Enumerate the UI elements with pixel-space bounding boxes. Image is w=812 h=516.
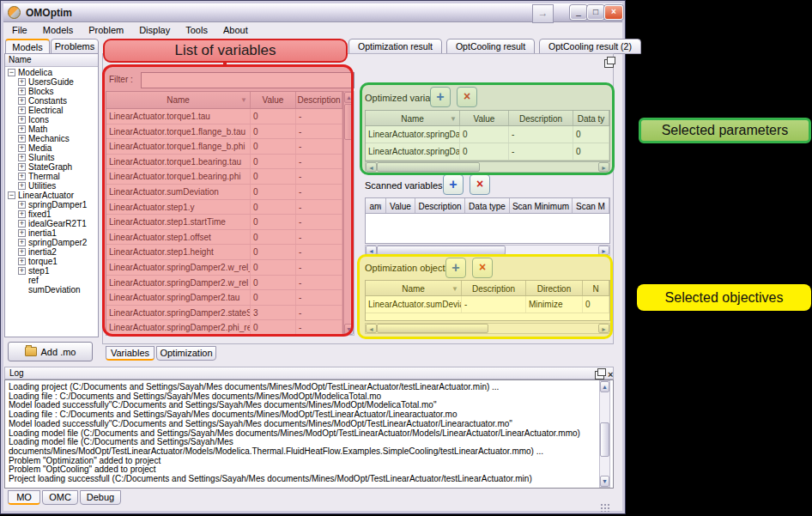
expand-toggle-icon[interactable]: + — [18, 125, 26, 133]
expand-toggle-icon[interactable]: + — [18, 97, 26, 105]
tree-item[interactable]: + fixed1 — [5, 209, 98, 219]
forward-arrow-button[interactable]: → — [532, 4, 554, 23]
tree-item[interactable]: + UsersGuide — [5, 77, 98, 87]
tree-item[interactable]: + StateGraph — [5, 162, 98, 172]
result-tab[interactable]: Optimization result — [348, 39, 442, 54]
expand-toggle-icon[interactable]: + — [18, 173, 26, 180]
screen: OMOptim → _ □ × File Models Problem Disp… — [0, 0, 812, 516]
tree-item[interactable]: − LinearActuator — [5, 191, 98, 200]
tree-item[interactable]: + Math — [5, 124, 98, 134]
sort-desc-icon: ▼ — [376, 198, 383, 213]
column-header-datatype[interactable]: Data type — [465, 198, 510, 213]
menu-item[interactable]: Tools — [178, 22, 215, 38]
menu-item[interactable]: Display — [131, 22, 178, 38]
maximize-button[interactable]: □ — [587, 5, 604, 20]
log-close-icon[interactable]: × — [608, 370, 613, 379]
expand-toggle-icon[interactable]: − — [8, 191, 15, 199]
menu-item[interactable]: About — [215, 22, 256, 38]
tree-item-label: UsersGuide — [28, 77, 74, 87]
folder-icon — [25, 347, 37, 356]
expand-toggle-icon[interactable]: + — [18, 201, 26, 209]
result-tab[interactable]: OptCooling result (2) — [539, 39, 641, 54]
minimize-button[interactable]: _ — [570, 5, 587, 20]
log-line: Project loading successfull (C:/Document… — [5, 475, 599, 484]
tree-item[interactable]: + Electrical — [5, 106, 98, 115]
scroll-down-icon[interactable]: ▼ — [600, 476, 609, 487]
column-header-description[interactable]: Description — [415, 198, 465, 213]
expand-toggle-icon[interactable]: + — [18, 78, 26, 86]
column-header-scan-maximum[interactable]: Scan M — [573, 198, 609, 213]
app-icon — [8, 6, 21, 19]
tree-item[interactable]: ref — [5, 276, 98, 285]
remove-scanned-variable-button[interactable]: × — [470, 174, 490, 195]
menu-item[interactable]: File — [4, 22, 35, 38]
expand-toggle-icon[interactable]: + — [18, 182, 26, 190]
scroll-up-icon[interactable]: ▲ — [600, 381, 609, 392]
tab-mo[interactable]: MO — [8, 490, 40, 505]
annotation-variables-box — [102, 64, 354, 337]
expand-toggle-icon[interactable] — [18, 276, 26, 284]
tree-item-label: inertia2 — [28, 247, 57, 257]
tree-item-label: Utilities — [28, 181, 56, 191]
column-header-name[interactable]: am ▼ — [366, 198, 386, 213]
tree-item[interactable]: + Media — [5, 143, 98, 153]
expand-toggle-icon[interactable]: + — [18, 229, 26, 237]
column-header-scan-minimum[interactable]: Scan Minimum — [510, 198, 573, 213]
expand-toggle-icon[interactable]: + — [18, 106, 26, 114]
expand-toggle-icon[interactable]: + — [18, 258, 26, 265]
menu-item[interactable]: Models — [35, 22, 81, 38]
expand-toggle-icon[interactable]: + — [18, 210, 26, 218]
result-tab[interactable]: OptCooling result — [446, 39, 535, 54]
expand-toggle-icon[interactable]: + — [18, 144, 26, 152]
tree-item[interactable]: + torque1 — [5, 257, 98, 266]
column-header-value[interactable]: Value — [386, 198, 415, 213]
expand-toggle-icon[interactable]: + — [18, 154, 26, 161]
expand-toggle-icon[interactable]: − — [8, 69, 15, 76]
tree-item[interactable]: + springDamper2 — [5, 238, 98, 247]
tree-item[interactable]: + Constants — [5, 96, 98, 106]
tab-variables[interactable]: Variables — [106, 346, 155, 361]
menu-item[interactable]: Problem — [81, 22, 131, 38]
close-button[interactable]: × — [604, 5, 623, 20]
undock-panel-icon[interactable] — [604, 59, 614, 68]
tree-item[interactable]: − Modelica — [5, 68, 98, 77]
tree-item[interactable]: + Blocks — [5, 87, 98, 96]
tree-item[interactable]: + Icons — [5, 115, 98, 124]
tab-problems[interactable]: Problems — [51, 39, 99, 54]
expand-toggle-icon[interactable] — [18, 286, 26, 294]
tab-models[interactable]: Models — [5, 39, 50, 54]
tree-item[interactable]: + Thermal — [5, 172, 98, 181]
tree-item[interactable]: + Mechanics — [5, 134, 98, 143]
tree-item[interactable]: + inertia1 — [5, 228, 98, 238]
expand-toggle-icon[interactable]: + — [18, 116, 26, 124]
tree-item[interactable]: sumDeviation — [5, 285, 98, 294]
tab-optimization[interactable]: Optimization — [156, 346, 216, 361]
annotation-objectives-box — [357, 254, 613, 339]
add-scanned-variable-button[interactable]: + — [443, 174, 464, 195]
resize-grip[interactable] — [600, 503, 609, 512]
scrollbar-thumb[interactable] — [600, 422, 609, 457]
expand-toggle-icon[interactable]: + — [18, 239, 26, 246]
tab-debug[interactable]: Debug — [80, 490, 121, 505]
tree-item[interactable]: + SIunits — [5, 153, 98, 162]
log-output[interactable]: Loading project (C:/Documents and Settin… — [4, 379, 614, 489]
expand-toggle-icon[interactable]: + — [18, 248, 26, 256]
log-header: Log — [4, 367, 614, 379]
expand-toggle-icon[interactable]: + — [18, 267, 26, 275]
expand-toggle-icon[interactable]: + — [18, 135, 26, 143]
tree-item-label: step1 — [28, 266, 49, 276]
tree-item-label: springDamper2 — [28, 238, 87, 247]
tree-item[interactable]: + Utilities — [5, 181, 98, 191]
tree-item-label: Modelica — [18, 68, 52, 77]
expand-toggle-icon[interactable]: + — [18, 88, 26, 95]
tree-item[interactable]: + step1 — [5, 266, 98, 276]
tree-item[interactable]: + inertia2 — [5, 247, 98, 257]
expand-toggle-icon[interactable]: + — [18, 163, 26, 171]
tree-item[interactable]: + springDamper1 — [5, 200, 98, 209]
add-mo-button[interactable]: Add .mo — [8, 342, 93, 361]
log-scrollbar[interactable]: ▲ ▼ — [599, 380, 610, 488]
log-undock-icon[interactable] — [595, 371, 604, 379]
tree-item[interactable]: + idealGearR2T1 — [5, 219, 98, 228]
tab-omc[interactable]: OMC — [42, 490, 78, 505]
expand-toggle-icon[interactable]: + — [18, 220, 26, 228]
